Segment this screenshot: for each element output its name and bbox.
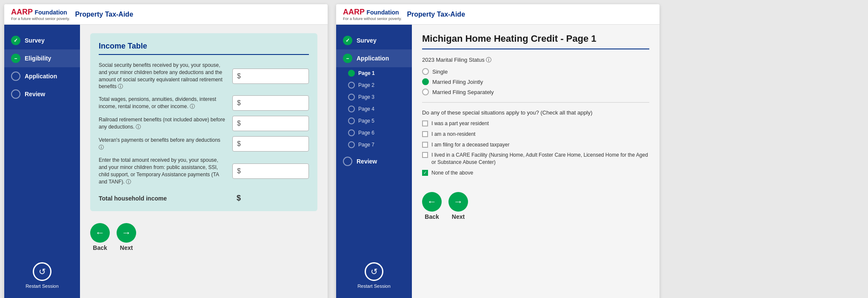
- income-row-2: Total wages, pensions, annuities, divide…: [99, 95, 309, 111]
- checkbox-non-resident-box: [422, 131, 428, 137]
- survey-icon-right: ✓: [343, 36, 352, 45]
- page1-icon: [348, 70, 355, 77]
- next-label-right: Next: [452, 213, 465, 220]
- sidebar-item-application-right[interactable]: – Application: [336, 49, 412, 67]
- page1-label: Page 1: [358, 70, 375, 76]
- radio-married-jointly[interactable]: Married Filing Jointly: [422, 78, 649, 85]
- aarp-text-right: AARP: [343, 8, 365, 16]
- logo-left: AARP Foundation For a future without sen…: [11, 8, 70, 21]
- checkbox-none-above[interactable]: ✓ None of the above: [422, 169, 649, 177]
- radio-single[interactable]: Single: [422, 68, 649, 75]
- restart-button-right[interactable]: ↺ Restart Session: [357, 262, 391, 289]
- page5-label: Page 5: [358, 118, 374, 124]
- radio-married-jointly-circle: [422, 78, 429, 85]
- restart-button-left[interactable]: ↺ Restart Session: [26, 262, 59, 289]
- sidebar-item-review-left[interactable]: Review: [4, 85, 80, 103]
- sub-item-page2[interactable]: Page 2: [336, 79, 412, 91]
- restart-label-right: Restart Session: [357, 284, 391, 289]
- checkbox-none-above-box: ✓: [422, 170, 428, 176]
- application-label-right: Application: [357, 55, 389, 62]
- logo-area-left: AARP Foundation For a future without sen…: [11, 8, 70, 21]
- right-panel: AARP Foundation For a future without sen…: [336, 4, 660, 298]
- foundation-text: Foundation: [34, 9, 67, 16]
- sidebar-item-application-left[interactable]: Application: [4, 67, 80, 85]
- marital-radio-group: Single Married Filing Jointly Married Fi…: [422, 68, 649, 95]
- tagline-right: For a future without senior poverty.: [343, 17, 402, 21]
- application-icon-left: [11, 72, 20, 81]
- app-title-right: Property Tax-Aide: [407, 11, 465, 18]
- sub-item-page1[interactable]: Page 1: [336, 67, 412, 79]
- special-situations-group: I was a part year resident I am a non-re…: [422, 120, 649, 177]
- page2-label: Page 2: [358, 82, 374, 88]
- radio-married-jointly-label: Married Filing Jointly: [432, 79, 483, 85]
- right-body: ✓ Survey – Application Page 1 Page 2 Pag…: [336, 25, 660, 298]
- sub-item-page5[interactable]: Page 5: [336, 115, 412, 127]
- sidebar-item-review-right[interactable]: Review: [336, 152, 412, 170]
- survey-label-right: Survey: [357, 37, 377, 44]
- radio-single-circle: [422, 68, 429, 75]
- right-header: AARP Foundation For a future without sen…: [336, 4, 660, 25]
- marital-status-text: 2023 Marital Filing Status ⓘ: [422, 56, 491, 64]
- income-input-3[interactable]: $: [232, 116, 309, 131]
- income-input-1[interactable]: $: [232, 69, 309, 84]
- review-label-right: Review: [357, 158, 377, 165]
- income-input-4[interactable]: $: [232, 136, 309, 152]
- sidebar-item-survey-right[interactable]: ✓ Survey: [336, 32, 412, 49]
- income-table-panel: Income Table Social security benefits re…: [90, 33, 317, 211]
- left-body: ✓ Survey – Eligibility Application Revie…: [4, 25, 328, 298]
- income-desc-3: Railroad retirement benefits (not includ…: [99, 116, 226, 131]
- left-header: AARP Foundation For a future without sen…: [4, 4, 328, 25]
- next-label-left: Next: [120, 244, 133, 251]
- back-icon-left: ←: [90, 223, 110, 243]
- sub-item-page4[interactable]: Page 4: [336, 103, 412, 115]
- radio-married-separately[interactable]: Married Filing Separately: [422, 89, 649, 95]
- left-panel: AARP Foundation For a future without sen…: [4, 4, 328, 298]
- foundation-text-right: Foundation: [366, 9, 399, 16]
- review-icon-left: [11, 89, 20, 99]
- survey-label-left: Survey: [25, 37, 45, 44]
- checkbox-care-facility[interactable]: I lived in a CARE Facility (Nursing Home…: [422, 152, 649, 166]
- back-button-left[interactable]: ← Back: [90, 223, 110, 251]
- page-heading: Michigan Home Heating Credit - Page 1: [422, 33, 649, 49]
- checkbox-none-above-label: None of the above: [431, 169, 473, 177]
- sidebar-bottom-right: ↺ Restart Session: [336, 255, 412, 295]
- marital-status-label: 2023 Marital Filing Status ⓘ: [422, 56, 649, 64]
- next-button-right[interactable]: → Next: [448, 192, 468, 220]
- aarp-text: AARP: [11, 8, 33, 16]
- page7-icon: [348, 141, 355, 148]
- income-input-2[interactable]: $: [232, 95, 309, 111]
- back-button-right[interactable]: ← Back: [422, 192, 442, 220]
- income-row-1: Social security benefits received by you…: [99, 62, 309, 90]
- next-button-left[interactable]: → Next: [117, 223, 136, 251]
- checkbox-part-year-box: [422, 120, 428, 126]
- sub-item-page3[interactable]: Page 3: [336, 91, 412, 103]
- sub-item-page7[interactable]: Page 7: [336, 139, 412, 151]
- page7-label: Page 7: [358, 142, 374, 148]
- income-row-4: Veteran's payments or benefits before an…: [99, 136, 309, 152]
- total-row: Total household income $: [99, 190, 309, 203]
- checkbox-deceased-label: I am filing for a deceased taxpayer: [431, 141, 509, 149]
- page3-label: Page 3: [358, 94, 374, 100]
- checkbox-non-resident[interactable]: I am a non-resident: [422, 131, 649, 138]
- page6-label: Page 6: [358, 130, 374, 136]
- checkbox-non-resident-label: I am a non-resident: [431, 131, 475, 138]
- next-icon-left: →: [117, 223, 136, 243]
- survey-icon-left: ✓: [11, 36, 20, 45]
- tagline-left: For a future without senior poverty.: [11, 17, 70, 21]
- right-nav-buttons: ← Back → Next: [422, 187, 649, 225]
- page3-icon: [348, 94, 355, 100]
- special-situations-question: Do any of these special situations apply…: [422, 109, 649, 116]
- sidebar-item-eligibility[interactable]: – Eligibility: [4, 49, 80, 67]
- sub-item-page6[interactable]: Page 6: [336, 127, 412, 139]
- application-label-left: Application: [25, 73, 57, 80]
- restart-icon-left: ↺: [33, 262, 51, 281]
- income-row-3: Railroad retirement benefits (not includ…: [99, 116, 309, 131]
- checkbox-part-year[interactable]: I was a part year resident: [422, 120, 649, 127]
- page4-icon: [348, 106, 355, 112]
- checkbox-deceased[interactable]: I am filing for a deceased taxpayer: [422, 141, 649, 149]
- total-value: $: [232, 194, 309, 203]
- income-input-5[interactable]: $: [232, 163, 309, 179]
- sidebar-item-survey-left[interactable]: ✓ Survey: [4, 32, 80, 49]
- review-label-left: Review: [25, 91, 45, 97]
- left-main-content: Income Table Social security benefits re…: [80, 25, 328, 298]
